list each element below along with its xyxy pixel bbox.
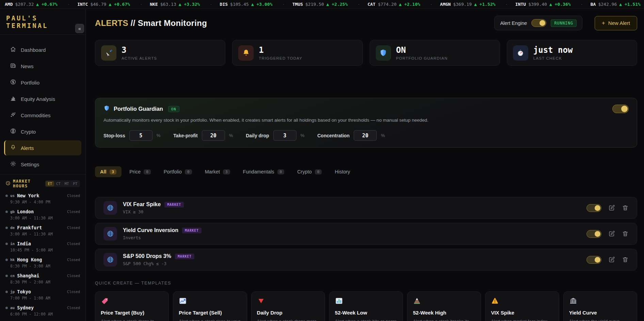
market-hours-row: auSydneyClosed 6:00 PM - 12:00 AM	[5, 305, 80, 317]
tab-crypto[interactable]: Crypto0	[292, 166, 327, 177]
market-city: India	[17, 241, 31, 246]
ticker-price: $105.45	[230, 2, 249, 7]
guardian-toggle[interactable]	[612, 105, 629, 113]
market-hours-range: 10:45 PM - 5:00 AM	[10, 248, 80, 253]
market-status: Closed	[67, 274, 80, 278]
edit-icon[interactable]	[608, 256, 615, 263]
market-status: Closed	[67, 258, 80, 262]
sidebar-item-label: Crypto	[21, 129, 36, 135]
tab-label: All	[100, 169, 107, 174]
take-profit-input[interactable]	[202, 130, 225, 141]
alert-row-sp500-drops[interactable]: S&P 500 Drops 3% MARKET S&P 500 Chg% ≤ -…	[95, 249, 637, 271]
alert-row-yield-curve-inversion[interactable]: Yield Curve Inversion MARKET Inverts	[95, 223, 637, 245]
gear-icon	[10, 160, 16, 168]
template-price-target-sell[interactable]: Price Target (Sell) Alert when a stock r…	[173, 291, 247, 321]
ticker-symbol: AMD	[5, 2, 13, 7]
alert-category-badge: MARKET	[164, 202, 184, 208]
alert-condition: Inverts	[123, 235, 202, 240]
tz-tab-ct[interactable]: CT	[54, 181, 63, 186]
tab-all[interactable]: All3	[95, 166, 122, 177]
stat-label: PORTFOLIO GUARDIAN	[396, 56, 448, 60]
stat-value: ON	[396, 45, 448, 55]
guardian-field-daily-drop: Daily drop %	[246, 130, 304, 141]
stat-label: ACTIVE ALERTS	[122, 56, 157, 60]
market-hours-range: 8:30 PM - 2:00 AM	[10, 280, 80, 285]
edit-icon[interactable]	[608, 230, 615, 237]
status-dot	[5, 259, 8, 261]
delete-icon[interactable]	[622, 256, 629, 263]
new-alert-button[interactable]: + New Alert	[595, 16, 637, 30]
ticker-change: ▲ +3.00%	[251, 2, 273, 7]
percent-suffix: %	[381, 133, 385, 138]
sidebar-item-label: Settings	[21, 162, 39, 167]
sidebar-item-label: News	[21, 63, 34, 69]
ticker-price: $46.79	[90, 2, 106, 7]
stat-value: 3	[122, 45, 157, 55]
sidebar-item-settings[interactable]: Settings	[4, 157, 81, 172]
template-52-week-high[interactable]: 52-Week High Alert when a stock breaks i…	[407, 291, 481, 321]
daily-drop-input[interactable]	[273, 130, 296, 141]
sidebar-item-commodities[interactable]: Commodities	[4, 108, 81, 123]
tab-market[interactable]: Market3	[200, 166, 235, 177]
ticker-price: $774.20	[378, 2, 397, 7]
market-city: New York	[17, 193, 39, 198]
template-yield-curve[interactable]: Yield Curve Alert when the yield curve i…	[563, 291, 637, 321]
market-status: Closed	[67, 226, 80, 230]
ticker-change: ▲ +0.67%	[109, 2, 130, 7]
sidebar-item-portfolio[interactable]: Portfolio	[4, 75, 81, 90]
percent-suffix: %	[157, 133, 161, 138]
tab-count: 0	[277, 169, 285, 174]
stopwatch-icon	[513, 45, 528, 61]
tz-tab-et[interactable]: ET	[46, 181, 54, 186]
alert-engine-toggle[interactable]	[531, 19, 546, 27]
delete-icon[interactable]	[622, 230, 629, 237]
sidebar-item-dashboard[interactable]: Dashboard	[4, 42, 81, 57]
globe-icon	[103, 201, 117, 215]
market-hours-row: gbLondonClosed 3:00 AM - 11:30 AM	[5, 209, 80, 220]
tab-price[interactable]: Price0	[124, 166, 156, 177]
tab-portfolio[interactable]: Portfolio0	[159, 166, 197, 177]
dollar-circle-icon	[10, 79, 16, 86]
tab-history[interactable]: History	[329, 166, 355, 177]
sidebar-item-equity-analysis[interactable]: Equity Analysis	[4, 91, 81, 106]
ticker-price: $369.19	[453, 2, 472, 7]
bell-icon	[10, 144, 16, 152]
ticker-item: BA$242.96▲ +1.51%	[591, 2, 644, 7]
alert-row-vix-fear-spike[interactable]: VIX Fear Spike MARKET VIX ≥ 30	[95, 197, 637, 219]
tz-tab-pt[interactable]: PT	[71, 181, 79, 186]
template-name: Yield Curve	[569, 310, 631, 316]
tz-tab-mt[interactable]: MT	[63, 181, 71, 186]
template-daily-drop[interactable]: Daily Drop Alert when a stock drops more…	[251, 291, 325, 321]
alert-condition: S&P 500 Chg% ≤ -3	[123, 261, 194, 266]
tab-count: 0	[185, 169, 192, 174]
template-vix-spike[interactable]: VIX Spike Alert when market fear index (…	[485, 291, 559, 321]
alert-toggle[interactable]	[586, 204, 601, 212]
alert-toggle[interactable]	[586, 230, 601, 238]
template-price-target-buy[interactable]: Price Target (Buy) Alert when a stock dr…	[95, 291, 169, 321]
template-52-week-low[interactable]: 52-Week Low Alert when a stock hits or n…	[329, 291, 403, 321]
ticker-symbol: DIS	[220, 2, 228, 7]
stop-loss-input[interactable]	[129, 130, 152, 141]
ticker-price: $399.40	[528, 2, 547, 7]
status-dot	[5, 291, 8, 293]
sidebar-item-crypto[interactable]: Crypto	[4, 124, 81, 139]
edit-icon[interactable]	[608, 204, 615, 211]
market-hours-row: jpTokyoClosed 7:00 PM - 1:00 AM	[5, 289, 80, 301]
template-desc: Alert when market fear index (VIX) cross…	[491, 318, 553, 321]
market-city: Hong Kong	[17, 257, 42, 262]
sidebar-item-label: Equity Analysis	[21, 96, 55, 102]
shield-icon	[376, 45, 391, 61]
ticker-item: NKE$63.13▲ +3.32%	[150, 2, 220, 7]
tab-label: Market	[205, 169, 220, 174]
alert-toggle[interactable]	[586, 256, 601, 264]
tab-fundamentals[interactable]: Fundamentals0	[238, 166, 290, 177]
sidebar-collapse-button[interactable]: «	[75, 24, 84, 33]
concentration-input[interactable]	[354, 130, 377, 141]
sidebar-item-news[interactable]: News	[4, 59, 81, 74]
ticker-bar: AMD$207.32▲ +0.67% INTC$46.79▲ +0.67% NK…	[0, 0, 644, 9]
ticker-item: INTC$46.79▲ +0.67%	[77, 2, 150, 7]
delete-icon[interactable]	[622, 204, 629, 211]
template-name: 52-Week High	[413, 310, 475, 316]
alert-category-badge: MARKET	[175, 254, 194, 259]
sidebar-item-alerts[interactable]: Alerts	[4, 140, 81, 155]
